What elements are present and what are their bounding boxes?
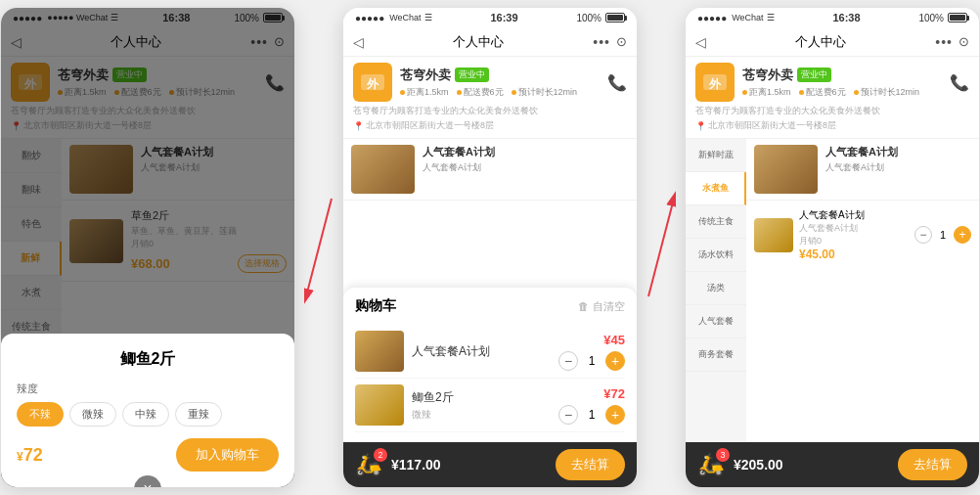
qty-minus-1[interactable]: − [558, 351, 578, 371]
spice-weila[interactable]: 微辣 [69, 402, 116, 427]
sidebar-3: 新鲜时蔬 水煮鱼 传统主食 汤水饮料 汤类 人气套餐 商务套餐 [686, 139, 746, 442]
qty-plus-2[interactable]: + [605, 405, 625, 425]
featured-img-3 [754, 145, 818, 194]
featured-sub-3: 人气套餐A计划 [825, 161, 971, 174]
sidebar-item-tang3[interactable]: 汤类 [686, 272, 746, 305]
cart-qty-2: − 1 + [558, 405, 625, 425]
store-badge-3: 营业中 [797, 68, 831, 82]
signal-dots-3: ●●●●● [697, 13, 727, 23]
phone-2: ●●●●● WeChat ☰ 16:39 100% ◁ 个人中心 ••• ⊙ 外… [343, 8, 637, 487]
inline-cart-item-info: 人气套餐A计划 人气套餐A计划 月销0 ¥45.00 [754, 208, 865, 261]
cart-icon-wrap-3[interactable]: 🛵 3 [697, 452, 724, 477]
camera-icon-3[interactable]: ⊙ [958, 34, 969, 49]
store-meta-3: 距离1.5km 配送费6元 预计时长12min [742, 86, 942, 99]
modal-overlay-1[interactable]: 鲫鱼2斤 辣度 不辣 微辣 中辣 重辣 ¥72 加入购物车 × [1, 8, 294, 487]
cart-badge-2: 2 [374, 448, 387, 462]
inline-qty-num: 1 [936, 229, 950, 241]
spice-zhonla[interactable]: 中辣 [122, 402, 169, 427]
signal-dots-2: ●●●●● [355, 13, 384, 23]
sidebar-item-shangwu3[interactable]: 商务套餐 [686, 338, 746, 372]
store-info-3: 苍穹外卖 营业中 距离1.5km 配送费6元 预计时长12min [742, 67, 942, 99]
items-list-3: 人气套餐A计划 人气套餐A计划 人气套餐A计划 人气套餐A计划 月销0 ¥45.… [746, 139, 979, 442]
cart-item-img-1 [355, 331, 404, 372]
checkout-btn-3[interactable]: 去结算 [898, 449, 967, 480]
spice-zhongla[interactable]: 重辣 [175, 402, 222, 427]
cart-item-price-1: ¥45 [603, 333, 625, 347]
nav-title-3: 个人中心 [795, 33, 846, 51]
cart-badge-3: 3 [716, 448, 730, 462]
cart-panel-wrap-2: 购物车 🗑 自清空 人气套餐A计划 ¥45 − 1 + [343, 201, 637, 442]
cart-item-price-2: ¥72 [603, 386, 625, 401]
phone-icon-3[interactable]: 📞 [950, 73, 969, 92]
store-addr-3: 📍北京市朝阳区新街大道一号楼8层 [695, 119, 969, 132]
featured-title-3: 人气套餐A计划 [825, 145, 971, 159]
phone-1: ●●●●● ●●●●● WeChat ☰ 16:38 100% ◁ 个人中心 •… [1, 8, 294, 487]
nav-title-2: 个人中心 [453, 33, 504, 51]
cart-title-2: 购物车 [355, 297, 396, 315]
battery-label-3: 100% [918, 13, 944, 23]
menu-icon-2[interactable]: ••• [593, 34, 610, 50]
svg-text:外: 外 [366, 77, 379, 91]
cart-item-name-2: 鲫鱼2斤 [412, 389, 551, 406]
modal-add-btn-1[interactable]: 加入购物车 [176, 438, 279, 472]
inline-cart-sub: 人气套餐A计划 [799, 222, 865, 235]
arrows-left [304, 189, 334, 306]
back-icon-3[interactable]: ◁ [695, 34, 706, 50]
featured-text-3: 人气套餐A计划 人气套餐A计划 [818, 145, 971, 194]
main-content-3: 新鲜时蔬 水煮鱼 传统主食 汤水饮料 汤类 人气套餐 商务套餐 人气套餐A计划 … [686, 139, 979, 442]
store-name-2: 苍穹外卖 [400, 67, 451, 84]
modal-close-1[interactable]: × [134, 475, 161, 487]
store-name-3: 苍穹外卖 [742, 67, 793, 84]
inline-qty-minus[interactable]: − [914, 226, 932, 244]
inline-qty-plus[interactable]: + [954, 226, 971, 244]
arrows-right [646, 189, 676, 306]
modal-1: 鲫鱼2斤 辣度 不辣 微辣 中辣 重辣 ¥72 加入购物车 × [1, 334, 294, 487]
sidebar-item-renqi3[interactable]: 人气套餐 [686, 305, 746, 338]
menu-icon-3[interactable]: ••• [935, 34, 953, 50]
camera-icon-2[interactable]: ⊙ [616, 34, 627, 49]
cart-item-1: 人气套餐A计划 ¥45 − 1 + [355, 325, 625, 379]
cart-qty-1: − 1 + [558, 351, 625, 371]
cart-icon-wrap-2[interactable]: 🛵 2 [355, 452, 381, 477]
store-header-3: 外 苍穹外卖 营业中 距离1.5km 配送费6元 预计时长12min 📞 苍穹餐… [686, 57, 979, 139]
phone-icon-2[interactable]: 📞 [607, 73, 627, 92]
inline-qty-row: − 1 + [914, 226, 971, 244]
store-addr-2: 📍北京市朝阳区新街大道一号楼8层 [353, 119, 627, 132]
back-icon-2[interactable]: ◁ [353, 34, 364, 50]
featured-img-2 [351, 145, 415, 194]
cart-item-name-1: 人气套餐A计划 [412, 343, 551, 360]
checkout-btn-2[interactable]: 去结算 [556, 449, 625, 480]
inline-cart-img [754, 218, 793, 252]
qty-minus-2[interactable]: − [558, 405, 578, 425]
modal-price-row-1: ¥72 加入购物车 [17, 438, 279, 472]
cart-clear-2[interactable]: 🗑 自清空 [578, 299, 625, 314]
sidebar-item-xinxian3[interactable]: 新鲜时蔬 [686, 139, 746, 172]
store-logo-3: 外 [695, 63, 735, 102]
qty-plus-1[interactable]: + [605, 351, 625, 371]
featured-title-2: 人气套餐A计划 [423, 145, 629, 159]
store-desc-2: 苍穹餐厅为顾客打造专业的大众化美食外送餐饮 [353, 105, 627, 117]
cart-item-img-2 [355, 384, 404, 426]
sidebar-item-yinliao3[interactable]: 汤水饮料 [686, 239, 746, 272]
cart-bar-3: 🛵 3 ¥205.00 去结算 [686, 442, 979, 487]
time-2: 16:39 [490, 12, 517, 23]
nav-bar-2: ◁ 个人中心 ••• ⊙ [343, 27, 637, 57]
spice-options-1: 不辣 微辣 中辣 重辣 [17, 402, 279, 427]
nav-bar-3: ◁ 个人中心 ••• ⊙ [686, 27, 979, 57]
status-bar-2: ●●●●● WeChat ☰ 16:39 100% [343, 8, 637, 27]
cart-item-details-1: 人气套餐A计划 [404, 343, 558, 360]
sidebar-item-shuizhu3[interactable]: 水煮鱼 [686, 172, 746, 205]
store-desc-3: 苍穹餐厅为顾客打造专业的大众化美食外送餐饮 [695, 105, 969, 117]
store-meta-2: 距离1.5km 配送费6元 预计时长12min [400, 86, 600, 99]
status-bar-3: ●●●●● WeChat ☰ 16:38 100% [686, 8, 979, 27]
inline-cart-sold: 月销0 [799, 235, 865, 248]
sidebar-item-chuantong3[interactable]: 传统主食 [686, 205, 746, 239]
wechat-label-2: WeChat [389, 13, 421, 22]
inline-cart-name: 人气套餐A计划 [799, 208, 865, 222]
cart-header-2: 购物车 🗑 自清空 [355, 297, 625, 315]
phone-3: ●●●●● WeChat ☰ 16:38 100% ◁ 个人中心 ••• ⊙ 外… [686, 8, 979, 487]
featured-banner-3: 人气套餐A计划 人气套餐A计划 [746, 139, 979, 201]
spice-bulan[interactable]: 不辣 [17, 402, 64, 427]
featured-text-2: 人气套餐A计划 人气套餐A计划 [415, 145, 629, 194]
cart-price-3: ¥205.00 [734, 457, 898, 472]
